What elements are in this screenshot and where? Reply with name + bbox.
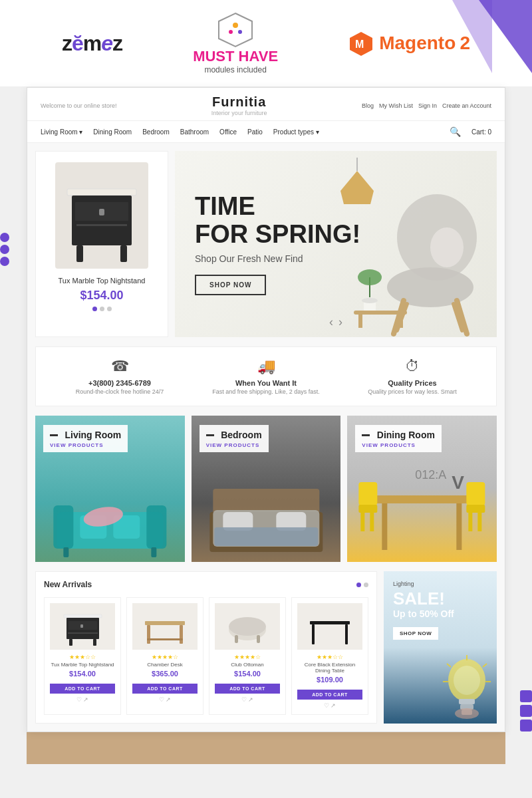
store-nav: Living Room ▾ Dining Room Bedroom Bathro… (27, 121, 505, 143)
wishlist-icon-4[interactable]: ♡ ↗ (297, 702, 362, 709)
hero-shop-now-button[interactable]: SHOP NOW (195, 275, 266, 295)
prod-ottoman-svg (224, 606, 271, 646)
svg-rect-63 (145, 621, 185, 625)
category-dining-room[interactable]: V 012:A Dining Room VIEW PRODUCTS (347, 416, 497, 562)
header-signin-link[interactable]: Sign In (418, 102, 437, 109)
feature-phone-title: +3(800) 2345-6789 (47, 379, 193, 387)
svg-rect-66 (147, 638, 183, 640)
featured-product-card: Tux Marble Top Nightstand $154.00 (35, 151, 168, 337)
zemes-logo[interactable]: zĕmez (62, 31, 122, 56)
product-stars-4: ★★★☆☆ (297, 654, 362, 660)
featured-product-image (55, 162, 148, 269)
store-wrapper: Welcome to our online store! Furnitia In… (27, 87, 505, 732)
product-image-4 (297, 603, 362, 650)
bedroom-label: Bedroom VIEW PRODUCTS (200, 425, 269, 452)
nav-living-room[interactable]: Living Room ▾ (41, 128, 82, 136)
svg-rect-53 (478, 513, 482, 531)
svg-point-21 (430, 227, 464, 267)
product-name-2: Chamber Desk (132, 662, 198, 668)
add-to-cart-button-3[interactable]: ADD TO CART (215, 684, 280, 694)
svg-point-75 (454, 666, 480, 695)
header-wishlist-link[interactable]: My Wish List (379, 102, 413, 109)
svg-rect-64 (147, 625, 150, 644)
svg-rect-60 (68, 632, 98, 634)
clock-icon: ⏱ (339, 358, 485, 375)
featured-product-dots (92, 307, 112, 311)
svg-rect-61 (69, 639, 72, 646)
svg-text:V: V (452, 472, 465, 493)
hero-next-arrow[interactable]: › (338, 315, 342, 329)
svg-rect-42 (214, 527, 318, 546)
category-bedroom[interactable]: Bedroom VIEW PRODUCTS (192, 416, 341, 562)
truck-icon: 🚚 (193, 358, 339, 375)
cart-icon[interactable]: Cart: 0 (471, 128, 491, 136)
store-container: Welcome to our online store! Furnitia In… (0, 87, 532, 732)
svg-rect-36 (151, 547, 156, 557)
search-icon[interactable]: 🔍 (450, 126, 461, 137)
header-create-account-link[interactable]: Create an Account (442, 102, 491, 109)
header-blog-link[interactable]: Blog (362, 102, 374, 109)
svg-line-82 (447, 664, 451, 667)
nav-patio[interactable]: Patio (247, 128, 263, 136)
nav-product-types[interactable]: Product types ▾ (273, 128, 319, 136)
product-name-3: Club Ottoman (215, 662, 280, 668)
dining-room-label: Dining Room VIEW PRODUCTS (355, 425, 442, 452)
magento-icon: M (348, 31, 374, 56)
nav-bathroom[interactable]: Bathroom (180, 128, 209, 136)
product-price-2: $365.00 (132, 670, 198, 678)
phone-icon: ☎ (47, 358, 193, 375)
purple-triangle-large (479, 0, 532, 73)
prod-nightstand-svg (61, 606, 104, 646)
product-card-4: ★★★☆☆ Core Black Extension Dining Table … (291, 597, 368, 715)
add-to-cart-button-4[interactable]: ADD TO CART (297, 690, 362, 700)
svg-rect-9 (99, 209, 104, 215)
product-card-3: ★★★★☆ Club Ottoman $154.00 ADD TO CART ♡… (209, 597, 286, 715)
store-welcome: Welcome to our online store! (41, 102, 116, 109)
svg-rect-69 (235, 635, 238, 643)
feature-shipping-title: When You Want It (193, 379, 339, 387)
new-arrivals-main: New Arrivals (35, 571, 377, 724)
nav-dining-room[interactable]: Dining Room (93, 128, 132, 136)
svg-rect-50 (467, 482, 485, 505)
nav-bedroom[interactable]: Bedroom (142, 128, 170, 136)
svg-rect-26 (354, 311, 407, 315)
feature-price-title: Quality Prices (339, 379, 485, 387)
sale-shop-now-button[interactable]: SHOP NOW (393, 627, 438, 640)
prod-desk-svg (142, 606, 188, 646)
wishlist-icon-2[interactable]: ♡ ↗ (132, 696, 198, 703)
add-to-cart-button-1[interactable]: ADD TO CART (50, 684, 115, 694)
wishlist-icon-1[interactable]: ♡ ↗ (50, 696, 115, 703)
prod-table-svg (307, 606, 353, 646)
store-header-links: Blog My Wish List Sign In Create an Acco… (362, 102, 491, 109)
category-living-room[interactable]: Living Room VIEW PRODUCTS (35, 416, 185, 562)
must-have-badge: MUST HAVE modules included (193, 12, 278, 74)
svg-text:M: M (355, 39, 364, 50)
svg-marker-0 (219, 13, 252, 47)
hero-title: TIME FOR SPRING! (195, 193, 360, 249)
sale-card: Lighting SALE! Up to 50% Off SHOP NOW (384, 571, 497, 724)
products-grid: ★★★☆☆ Tux Marble Top Nightstand $154.00 … (44, 597, 368, 715)
svg-rect-10 (76, 224, 127, 226)
product-image-1 (50, 603, 115, 650)
wishlist-icon-3[interactable]: ♡ ↗ (215, 696, 280, 703)
feature-phone-desc: Round-the-clock free hotline 24/7 (47, 388, 193, 395)
nav-office[interactable]: Office (219, 128, 237, 136)
svg-rect-52 (469, 513, 473, 531)
section-dots (356, 583, 368, 587)
dot-active (356, 583, 361, 587)
add-to-cart-button-2[interactable]: ADD TO CART (132, 684, 198, 694)
svg-rect-35 (63, 547, 68, 557)
cat-dash-din (362, 434, 370, 436)
store-title-wrap: Furnitia Interior your furniture (211, 94, 267, 116)
hero-prev-arrow[interactable]: ‹ (329, 315, 333, 329)
svg-point-68 (229, 617, 266, 636)
section-header: New Arrivals (44, 580, 368, 589)
bed-svg (192, 475, 341, 562)
sofa-svg (35, 482, 185, 562)
new-arrivals-section: New Arrivals (35, 571, 497, 724)
living-room-label: Living Room VIEW PRODUCTS (43, 425, 128, 452)
dot-inactive (364, 583, 368, 587)
svg-rect-12 (120, 245, 127, 262)
sale-title: SALE! (393, 590, 487, 607)
store-body: Tux Marble Top Nightstand $154.00 TIME F… (27, 143, 505, 732)
